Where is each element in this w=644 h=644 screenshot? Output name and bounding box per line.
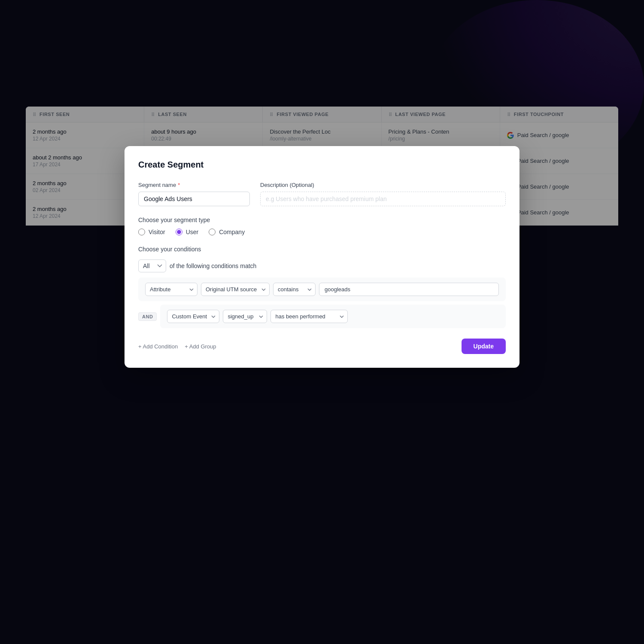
segment-name-group: Segment name * bbox=[138, 182, 250, 206]
modal-footer: + Add Condition + Add Group Update bbox=[138, 339, 506, 354]
condition-line-1: Attribute Custom Event Page View Origina… bbox=[138, 278, 506, 301]
footer-left: + Add Condition + Add Group bbox=[138, 343, 216, 350]
condition1-field-select[interactable]: Original UTM source UTM campaign UTM med… bbox=[201, 283, 270, 296]
match-select[interactable]: All Any bbox=[138, 259, 166, 272]
conditions-header: Choose your conditions bbox=[138, 246, 506, 253]
create-segment-modal: Create Segment Segment name * Descriptio… bbox=[125, 146, 519, 368]
description-group: Description (Optional) bbox=[260, 182, 506, 206]
type-visitor[interactable]: Visitor bbox=[138, 229, 165, 235]
required-indicator: * bbox=[178, 182, 180, 188]
company-radio[interactable] bbox=[209, 229, 216, 235]
match-row: All Any of the following conditions matc… bbox=[138, 259, 506, 272]
condition2-type-select[interactable]: Custom Event Attribute Page View bbox=[167, 310, 219, 323]
type-user[interactable]: User bbox=[176, 229, 199, 235]
user-radio[interactable] bbox=[176, 229, 182, 235]
condition-line-2: Custom Event Attribute Page View signed_… bbox=[160, 305, 506, 328]
condition2-operator-select[interactable]: has been performed has not been performe… bbox=[270, 310, 348, 323]
segment-types: Visitor User Company bbox=[138, 229, 506, 235]
segment-name-label: Segment name * bbox=[138, 182, 250, 188]
add-group-link[interactable]: + Add Group bbox=[185, 343, 216, 350]
add-condition-link[interactable]: + Add Condition bbox=[138, 343, 178, 350]
condition1-value-input[interactable] bbox=[319, 283, 499, 296]
segment-type-label: Choose your segment type bbox=[138, 217, 506, 223]
segment-name-input[interactable] bbox=[138, 192, 250, 206]
condition-2-wrapper: AND Custom Event Attribute Page View sig… bbox=[138, 305, 506, 328]
visitor-radio[interactable] bbox=[138, 229, 145, 235]
type-company[interactable]: Company bbox=[209, 229, 245, 235]
modal-overlay: Create Segment Segment name * Descriptio… bbox=[0, 0, 644, 644]
description-input[interactable] bbox=[260, 192, 506, 206]
match-text: of the following conditions match bbox=[170, 262, 256, 269]
description-label: Description (Optional) bbox=[260, 182, 506, 188]
update-button[interactable]: Update bbox=[462, 339, 506, 354]
condition1-operator-select[interactable]: contains equals starts with bbox=[273, 283, 316, 296]
condition2-field-select[interactable]: signed_up page_view purchase bbox=[223, 310, 267, 323]
modal-title: Create Segment bbox=[138, 160, 506, 170]
name-desc-row: Segment name * Description (Optional) bbox=[138, 182, 506, 206]
condition1-type-select[interactable]: Attribute Custom Event Page View bbox=[145, 283, 197, 296]
and-connector: AND bbox=[138, 312, 157, 321]
